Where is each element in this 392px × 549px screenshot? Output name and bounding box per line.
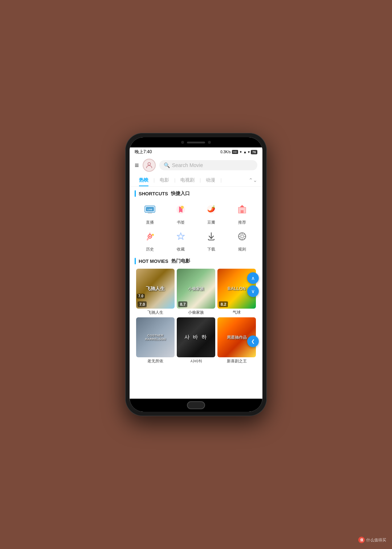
app-content: SHORTCUTS 快捷入口 LIVE 直播 [130, 187, 262, 399]
movie-rating-3: 8.2 [219, 301, 228, 307]
movie-card-3[interactable]: BALLON 8.2 气球 ∧ ∨ [217, 269, 256, 315]
shortcut-live-label: 直播 [146, 220, 154, 225]
nav-tabs: 热映 | 电影 | 电视剧 | 动漫 | ⌃⌄ [130, 174, 262, 187]
watermark-text: 什么值得买 [366, 537, 386, 543]
movie-poster-2: 小偷家族 8.7 [177, 269, 215, 309]
shortcut-download-label: 下载 [207, 247, 215, 252]
hot-movies-title: HOT MOVIES 热门电影 [135, 258, 257, 264]
app-header: ≡ 🔍 Search Movie [130, 156, 262, 174]
search-icon: 🔍 [164, 162, 170, 168]
svg-rect-10 [241, 210, 244, 213]
svg-text:🌶️: 🌶️ [207, 205, 216, 213]
live-icon: LIVE [142, 201, 158, 218]
search-placeholder: Search Movie [172, 162, 203, 168]
watermark: 值 什么值得买 [358, 537, 386, 543]
shortcut-rules-label: 规则 [238, 247, 246, 252]
shortcut-favorite[interactable]: 收藏 [167, 228, 195, 252]
status-bar: 晚上7:40 0.3K/s HD ✦ ▲ ▾ 76 [130, 147, 262, 156]
rules-icon [234, 228, 250, 245]
status-right: 0.3K/s HD ✦ ▲ ▾ 76 [220, 150, 257, 154]
movie-rating-1: 7.0 [138, 301, 147, 307]
watermark-icon: 值 [358, 537, 365, 543]
shortcuts-label-cn: 快捷入口 [171, 190, 190, 197]
movies-grid: 飞驰人生 7.0 7.0 飞驰人生 小偷家族 8.7 小偷家族 [135, 269, 257, 367]
hot-movies-section: HOT MOVIES 热门电影 飞驰人生 7.0 7.0 飞驰人生 [130, 254, 262, 369]
recommend-icon [234, 201, 250, 218]
svg-point-17 [241, 235, 244, 238]
svg-text:!: ! [182, 207, 182, 209]
shortcut-history[interactable]: ● 历史 [136, 228, 164, 252]
movie-card-1[interactable]: 飞驰人生 7.0 7.0 飞驰人生 [136, 269, 175, 315]
shortcuts-label-en: SHORTCUTS [139, 191, 168, 196]
movie-card-6[interactable]: 周星驰作品 新喜剧之王 ❮ [217, 317, 256, 364]
svg-line-25 [240, 238, 241, 239]
movie-title-5: 사바하 [177, 358, 215, 364]
fab-down-button[interactable]: ∨ [247, 285, 259, 297]
status-network: 0.3K/s [220, 150, 230, 154]
download-icon [203, 228, 220, 245]
movie-title-3: 气球 [217, 310, 256, 315]
hot-movies-label-cn: 热门电影 [171, 258, 190, 264]
movie-title-2: 小偷家族 [177, 310, 215, 315]
shortcuts-title: SHORTCUTS 快捷入口 [135, 190, 257, 197]
tab-hot[interactable]: 热映 [135, 174, 153, 186]
section-bar [135, 190, 136, 197]
phone-frame: 晚上7:40 0.3K/s HD ✦ ▲ ▾ 76 ≡ 🔍 Search M [125, 133, 267, 416]
shortcuts-section: SHORTCUTS 快捷入口 LIVE 直播 [130, 187, 262, 254]
hot-section-bar [135, 258, 136, 264]
shortcut-bookmark[interactable]: ! 书签 [167, 201, 195, 225]
fab-up-button[interactable]: ∧ [247, 272, 259, 284]
tab-anime[interactable]: 动漫 [201, 174, 220, 186]
phone-bottom [130, 399, 262, 412]
phone-screen: 晚上7:40 0.3K/s HD ✦ ▲ ▾ 76 ≡ 🔍 Search M [130, 137, 262, 412]
shortcut-download[interactable]: 下载 [197, 228, 225, 252]
shortcut-recommend[interactable]: 推荐 [228, 201, 256, 225]
shortcut-bookmark-label: 书签 [177, 220, 185, 225]
shortcut-recommend-label: 推荐 [238, 220, 246, 225]
fab-page-button[interactable]: ❮ [247, 336, 259, 347]
nav-expand-icon[interactable]: ⌃⌄ [249, 177, 257, 183]
shortcuts-grid: LIVE 直播 ! [135, 201, 257, 252]
movie-card-4[interactable]: COSTNER HARRELSON 老无所依 [136, 317, 175, 364]
shortcut-douban[interactable]: 🌶️ 豆瓣 [197, 201, 225, 225]
tab-tv[interactable]: 电视剧 [176, 174, 199, 186]
movie-poster-4: COSTNER HARRELSON [136, 317, 175, 357]
movie-poster-5: 사 바 하 [177, 317, 215, 357]
movie-title-1: 飞驰人生 [136, 310, 175, 315]
hot-movies-label-en: HOT MOVIES [139, 259, 168, 264]
favorite-icon [172, 228, 189, 245]
wifi-icon: ▾ [248, 150, 250, 154]
user-avatar[interactable] [143, 159, 156, 172]
shortcut-favorite-label: 收藏 [177, 247, 185, 252]
tab-movie[interactable]: 电影 [155, 174, 173, 186]
svg-rect-4 [148, 213, 152, 214]
movie-rating-2: 8.7 [178, 301, 187, 307]
speaker [187, 142, 205, 143]
bookmark-icon: ! [172, 201, 189, 218]
camera [181, 141, 184, 144]
home-button[interactable] [187, 401, 205, 409]
movie-title-6: 新喜剧之王 [217, 358, 256, 364]
shortcut-rules[interactable]: 规则 [228, 228, 256, 252]
history-icon: ● [142, 228, 158, 245]
movie-title-4: 老无所依 [136, 358, 175, 364]
movie-card-5[interactable]: 사 바 하 사바하 [177, 317, 215, 364]
camera2 [208, 141, 211, 144]
status-hd-badge: HD [232, 150, 238, 154]
movie-poster-1: 飞驰人生 7.0 [136, 269, 175, 309]
movie-card-2[interactable]: 小偷家族 8.7 小偷家族 [177, 269, 215, 315]
shortcut-douban-label: 豆瓣 [207, 220, 215, 225]
svg-text:LIVE: LIVE [148, 208, 152, 211]
shortcut-live[interactable]: LIVE 直播 [136, 201, 164, 225]
svg-line-24 [244, 234, 245, 235]
status-time: 晚上7:40 [135, 149, 152, 155]
svg-point-0 [148, 163, 150, 165]
search-bar[interactable]: 🔍 Search Movie [159, 160, 257, 170]
bluetooth-icon: ✦ [239, 150, 242, 154]
signal-icon: ▲ [243, 150, 247, 154]
svg-line-22 [240, 234, 241, 235]
movie-rating-1: 7.0 [137, 294, 145, 298]
menu-button[interactable]: ≡ [135, 161, 139, 170]
douban-icon: 🌶️ [203, 201, 220, 218]
shortcut-history-label: 历史 [146, 247, 154, 252]
